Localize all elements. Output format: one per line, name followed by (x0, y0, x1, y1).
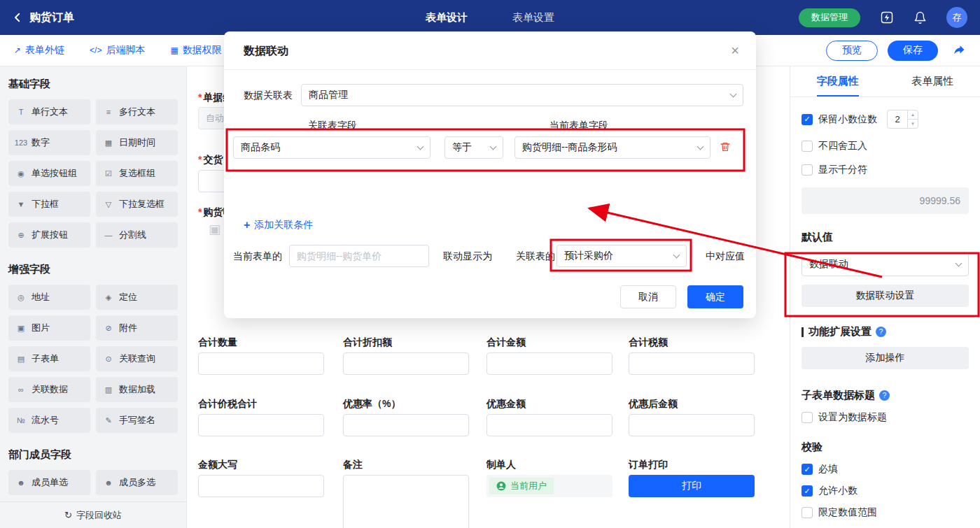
sidebar-item-member-single[interactable]: ☻成员单选 (8, 470, 90, 495)
condition-operator-select[interactable]: 等于 (444, 136, 503, 159)
save-button[interactable]: 保存 (888, 41, 938, 61)
sidebar-item-member-multi[interactable]: ☻成员多选 (96, 470, 178, 495)
keep-decimals-checkbox[interactable]: ✓ (802, 114, 813, 125)
sum-total-input[interactable] (198, 414, 324, 436)
sidebar-item-number[interactable]: 123数字 (8, 130, 90, 155)
keep-decimals-label: 保留小数位数 (818, 113, 877, 126)
external-link-icon: ↗ (14, 45, 21, 55)
tab-form-design[interactable]: 表单设计 (426, 11, 468, 24)
sum-discount-input[interactable] (343, 352, 469, 375)
backend-script-label: 后端脚本 (106, 44, 145, 57)
form-external-link[interactable]: ↗ 表单外链 (14, 44, 64, 57)
select-value: 购货明细--商品条形码 (522, 141, 617, 154)
tab-form-settings[interactable]: 表单设置 (512, 11, 554, 24)
remark-textarea[interactable] (343, 475, 469, 528)
add-action-button[interactable]: 添加操作 (802, 347, 969, 369)
bolt-icon[interactable] (880, 10, 894, 24)
after-discount-input[interactable] (629, 414, 755, 436)
data-manage-button[interactable]: 数据管理 (799, 8, 860, 27)
relation-table-select[interactable]: 商品管理 (301, 84, 743, 106)
avatar[interactable]: 存 (946, 7, 967, 28)
related-field-select[interactable]: 预计采购价 (556, 245, 687, 267)
add-condition-link[interactable]: + 添加关联条件 (244, 219, 313, 231)
confirm-button[interactable]: 确定 (687, 285, 743, 308)
sum-qty-input[interactable] (198, 352, 324, 375)
sidebar-item-location[interactable]: ◈定位 (96, 285, 178, 310)
sidebar-item-data-load[interactable]: ▥数据加载 (96, 377, 178, 402)
field-type-icon: ⊕ (15, 231, 27, 240)
tab-field-properties[interactable]: 字段属性 (790, 66, 886, 97)
amount-words-input[interactable] (198, 475, 324, 497)
field-label: 复选框组 (119, 167, 155, 180)
check-icon: ✓ (804, 115, 810, 123)
sidebar-item-single-line-text[interactable]: T单行文本 (8, 99, 90, 124)
sidebar-item-radio-group[interactable]: ◉单选按钮组 (8, 161, 90, 186)
creator-field[interactable]: 当前用户 (486, 475, 612, 497)
sum-amount-input[interactable] (486, 352, 612, 375)
bell-icon[interactable] (913, 11, 927, 24)
field-label: 数字 (31, 136, 50, 149)
panel-tabs: 字段属性 表单属性 (790, 66, 980, 97)
preview-button[interactable]: 预览 (826, 41, 878, 61)
close-icon[interactable]: × (731, 31, 739, 70)
data-linkage-settings-button[interactable]: 数据联动设置 (802, 285, 969, 307)
sidebar-item-signature[interactable]: ✎手写签名 (96, 408, 178, 433)
delete-condition-icon[interactable] (720, 141, 731, 153)
recycle-label: 字段回收站 (76, 509, 122, 522)
stepper-up-icon[interactable]: ▴ (908, 110, 918, 120)
no-round-checkbox[interactable] (802, 141, 813, 152)
field-recycle-bin[interactable]: ↻ 字段回收站 (0, 501, 186, 528)
page-title: 购货订单 (29, 10, 74, 25)
tab-form-properties[interactable]: 表单属性 (886, 66, 980, 97)
sidebar-item-subform[interactable]: ▤子表单 (8, 346, 90, 371)
discount-amount-input[interactable] (486, 414, 612, 436)
current-field-input[interactable] (289, 245, 429, 267)
condition-field-select[interactable]: 商品条码 (233, 136, 430, 159)
sidebar-item-address[interactable]: ◎地址 (8, 285, 90, 310)
condition-target-select[interactable]: 购货明细--商品条形码 (514, 136, 710, 159)
range-limit-checkbox[interactable] (802, 507, 813, 518)
sidebar-item-datetime[interactable]: ▦日期时间 (96, 130, 178, 155)
sidebar-item-extend-button[interactable]: ⊕扩展按钮 (8, 222, 90, 248)
print-button[interactable]: 打印 (629, 475, 755, 497)
field-label: 数据加载 (119, 383, 155, 396)
required-checkbox[interactable]: ✓ (802, 464, 813, 475)
check-icon: ✓ (804, 487, 810, 495)
sidebar-item-divider[interactable]: —分割线 (96, 222, 178, 248)
person-icon: ☻ (15, 478, 27, 487)
field-label: 金额大写 (198, 459, 237, 471)
sidebar-item-multi-line-text[interactable]: ≡多行文本 (96, 99, 178, 124)
backend-script-link[interactable]: </> 后端脚本 (90, 44, 145, 57)
stepper-down-icon[interactable]: ▾ (908, 120, 918, 128)
default-value-title: 默认值 (802, 231, 969, 244)
back-icon[interactable] (11, 11, 24, 24)
thousand-sep-checkbox[interactable] (802, 164, 813, 176)
discount-rate-input[interactable] (343, 414, 469, 436)
data-permission-link[interactable]: ▦ 数据权限 (170, 44, 221, 57)
sidebar-item-serial-number[interactable]: №流水号 (8, 408, 90, 433)
default-value-select[interactable]: 数据联动 (802, 252, 969, 276)
help-icon[interactable]: ? (876, 327, 886, 337)
field-type-icon: ◎ (15, 293, 27, 302)
sum-tax-input[interactable] (629, 352, 755, 375)
sidebar-item-attachment[interactable]: ⊘附件 (96, 315, 178, 341)
field-label: 子表单 (31, 352, 59, 365)
allow-decimal-checkbox[interactable]: ✓ (802, 485, 813, 497)
sidebar-item-relation-query[interactable]: ⊙关联查询 (96, 346, 178, 371)
field-label: 定位 (119, 291, 137, 304)
toolbar-actions: 预览 保存 (826, 41, 966, 61)
help-icon[interactable]: ? (879, 390, 890, 401)
field-label: 合计数量 (198, 336, 237, 349)
sidebar-item-multi-dropdown[interactable]: ▽下拉复选框 (96, 192, 178, 217)
sidebar-item-relation-data[interactable]: ∞关联数据 (8, 377, 90, 402)
cancel-button[interactable]: 取消 (620, 285, 676, 308)
sidebar-item-checkbox-group[interactable]: ☑复选框组 (96, 161, 178, 186)
share-icon[interactable] (952, 44, 966, 57)
sidebar-item-dropdown[interactable]: ▼下拉框 (8, 192, 90, 217)
field-label: 优惠金额 (486, 398, 526, 411)
chevron-down-icon (417, 143, 424, 150)
decimal-stepper[interactable]: 2 ▴ ▾ (887, 110, 918, 129)
corresponding-value-suffix: 中对应值 (706, 245, 745, 267)
data-title-checkbox[interactable] (802, 412, 813, 423)
sidebar-item-image[interactable]: ▣图片 (8, 315, 90, 341)
